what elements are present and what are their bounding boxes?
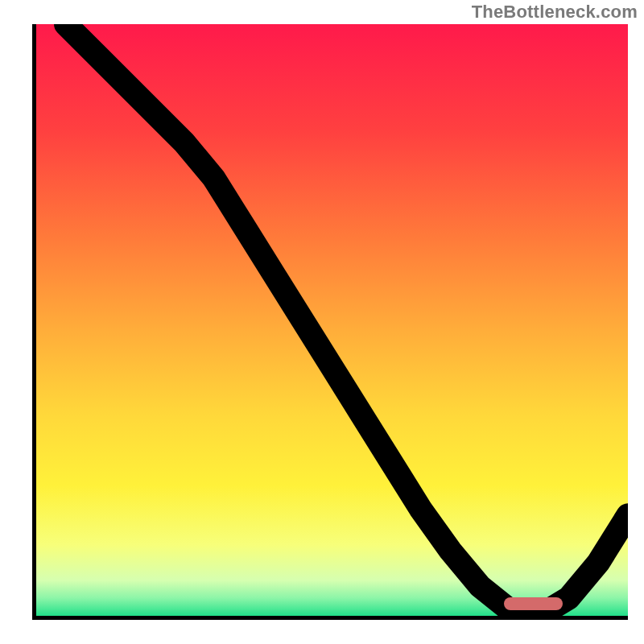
plot-area <box>32 24 628 620</box>
chart-container: TheBottleneck.com <box>0 0 644 644</box>
curve-path <box>66 24 628 616</box>
bottleneck-curve <box>36 24 628 616</box>
attribution-label: TheBottleneck.com <box>472 2 638 23</box>
optimal-range-marker <box>504 597 564 610</box>
